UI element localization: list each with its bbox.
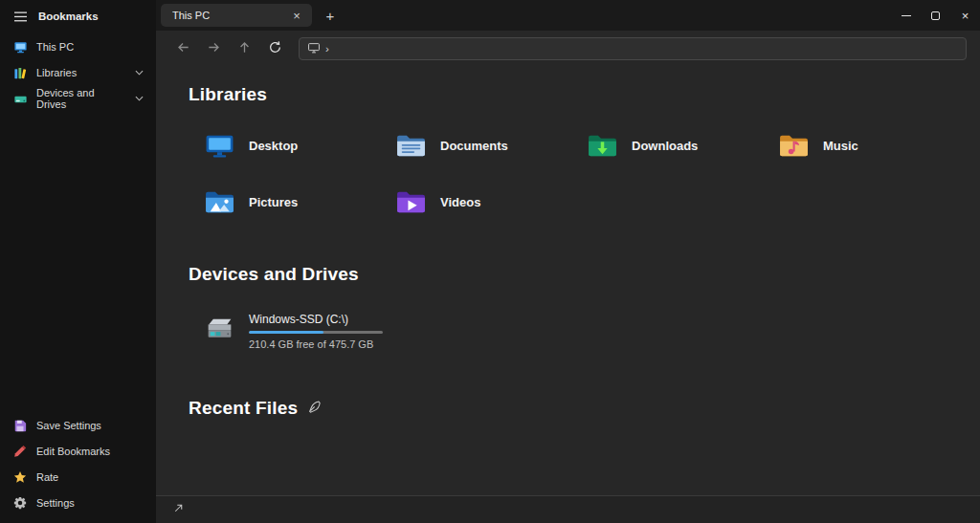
chevron-down-icon[interactable] [135,96,144,101]
back-arrow-icon [176,40,190,58]
sidebar-item-label: This PC [36,41,74,53]
refresh-icon [268,40,282,58]
footer-item-label: Save Settings [36,420,101,431]
drive-name: Windows-SSD (C:\) [249,313,383,326]
hard-drive-icon [204,312,235,343]
sidebar-item-this-pc[interactable]: This PC [4,34,152,59]
new-tab-button[interactable]: + [318,4,343,27]
libraries-grid: Desktop Documents Downloads [200,128,980,220]
library-item-label: Music [823,139,858,153]
monitor-icon [307,41,321,56]
libraries-section-title: Libraries [189,84,980,105]
tab-close-icon[interactable]: × [288,7,305,24]
window-controls: × [891,0,980,31]
library-item-label: Desktop [249,139,298,153]
save-icon [12,418,28,433]
library-item-desktop[interactable]: Desktop [200,128,301,163]
sidebar: Bookmarks This PC Libraries [0,0,156,523]
back-button[interactable] [170,36,195,61]
content-area: Libraries Desktop Documents [156,67,980,495]
drive-info: Windows-SSD (C:\) 210.4 GB free of 475.7… [249,312,383,350]
library-item-label: Pictures [249,195,298,209]
sidebar-title: Bookmarks [38,11,99,22]
up-arrow-icon [237,40,252,58]
tab-bar: This PC × + × [156,0,980,31]
drive-icon [12,91,28,106]
navigation-toolbar: › [156,31,980,67]
hamburger-menu-icon[interactable] [12,9,28,24]
expand-pane-button[interactable] [167,499,189,520]
status-bar [156,495,980,523]
tab-title: This PC [172,10,288,21]
downloads-folder-icon [587,130,618,162]
library-item-label: Videos [440,195,480,209]
library-item-videos[interactable]: Videos [391,185,484,220]
footer-item-label: Edit Bookmarks [36,446,110,457]
main-panel: This PC × + × [156,0,980,523]
footer-item-label: Rate [36,471,58,483]
libraries-icon [12,65,28,80]
quill-icon [307,398,322,419]
forward-arrow-icon [207,40,221,58]
breadcrumb-chevron: › [325,43,329,54]
footer-item-label: Settings [36,497,75,509]
sidebar-footer: Save Settings Edit Bookmarks Rate Settin… [0,411,156,523]
library-item-label: Downloads [632,139,698,153]
drive-usage-fill [249,331,323,334]
settings-button[interactable]: Settings [4,490,152,515]
edit-bookmarks-button[interactable]: Edit Bookmarks [4,439,152,464]
desktop-folder-icon [204,130,235,162]
chevron-down-icon[interactable] [135,70,144,76]
library-item-pictures[interactable]: Pictures [200,185,301,220]
drive-item-windows-ssd[interactable]: Windows-SSD (C:\) 210.4 GB free of 475.7… [200,310,387,352]
close-button[interactable]: × [950,0,980,31]
documents-folder-icon [395,130,427,162]
library-item-documents[interactable]: Documents [391,128,512,163]
maximize-button[interactable] [921,0,950,31]
sidebar-item-devices-and-drives[interactable]: Devices and Drives [4,86,152,111]
file-manager-window: Bookmarks This PC Libraries [0,0,980,523]
minimize-icon [902,15,911,16]
library-item-music[interactable]: Music [774,128,862,163]
recent-files-title-text: Recent Files [189,398,298,419]
gear-icon [12,495,28,511]
up-button[interactable] [232,36,256,61]
sidebar-header: Bookmarks [0,0,156,33]
sidebar-item-label: Libraries [36,67,77,78]
drive-usage-bar [249,331,383,334]
diagonal-arrow-icon [172,501,185,518]
pencil-icon [12,444,28,459]
star-icon [12,469,28,485]
minimize-button[interactable] [891,0,921,31]
library-item-downloads[interactable]: Downloads [583,128,702,163]
library-item-label: Documents [440,139,508,153]
refresh-button[interactable] [262,36,287,61]
sidebar-item-libraries[interactable]: Libraries [4,60,152,85]
music-folder-icon [778,130,810,162]
forward-button[interactable] [201,36,226,61]
tab-this-pc[interactable]: This PC × [161,4,312,27]
rate-button[interactable]: Rate [4,465,152,490]
address-bar[interactable]: › [299,37,967,60]
recent-files-section-title: Recent Files [189,398,980,419]
save-settings-button[interactable]: Save Settings [4,413,152,438]
maximize-icon [931,11,940,20]
videos-folder-icon [395,186,427,218]
devices-section-title: Devices and Drives [189,264,980,285]
drive-capacity-text: 210.4 GB free of 475.7 GB [249,338,383,350]
sidebar-item-label: Devices and Drives [36,87,126,110]
sidebar-nav: This PC Libraries Devices and Drives [0,33,156,113]
monitor-icon [12,39,28,54]
pictures-folder-icon [204,186,235,218]
